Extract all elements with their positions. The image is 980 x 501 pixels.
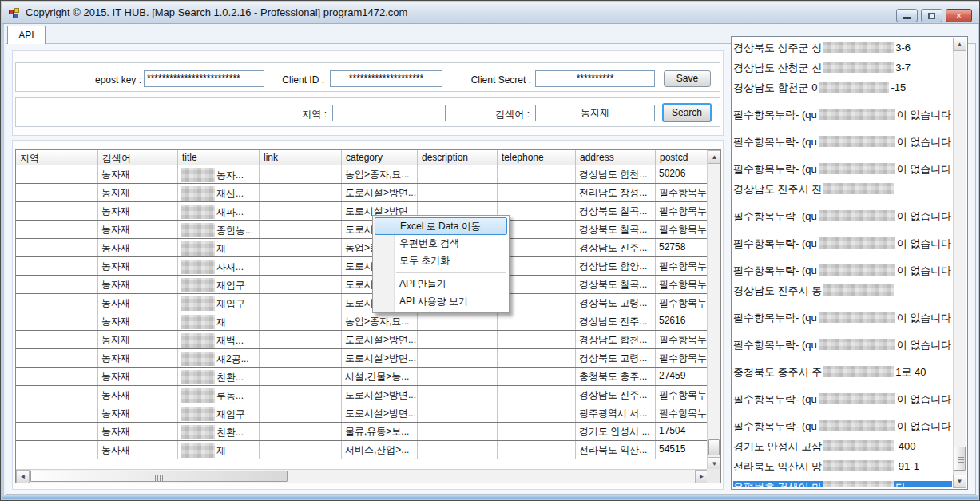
table-row[interactable]: 농자재재입구도로시설>방면...경상북도 고령...필수항목누락	[16, 294, 708, 312]
grid-cell-region[interactable]	[16, 257, 98, 275]
grid-cell-link[interactable]	[260, 202, 342, 220]
grid-cell-postcd[interactable]: 필수항목누락	[656, 294, 708, 312]
region-input[interactable]	[332, 105, 446, 121]
grid-cell-postcd[interactable]: 필수항목누락	[656, 202, 708, 220]
grid-cell-postcd[interactable]: 50206	[656, 165, 708, 183]
client-id-input[interactable]: ********************	[330, 70, 442, 87]
table-row[interactable]: 농자재재백...도로시설>방면...경상남도 합천...필수항목누락	[16, 331, 708, 349]
grid-cell-telephone[interactable]	[498, 441, 576, 459]
grid-cell-link[interactable]	[260, 423, 342, 440]
log-item[interactable]: 경상남도 진주시 동	[733, 281, 952, 301]
grid-cell-description[interactable]	[418, 312, 498, 330]
grid-cell-link[interactable]	[260, 276, 342, 293]
grid-cell-address[interactable]: 경상북도 칠곡...	[576, 276, 656, 293]
grid-cell-region[interactable]	[16, 165, 98, 183]
grid-cell-description[interactable]	[418, 349, 498, 367]
grid-cell-address[interactable]: 경상남도 합천...	[576, 331, 656, 348]
grid-cell-address[interactable]: 경상북도 고령...	[576, 294, 656, 312]
grid-cell-region[interactable]	[16, 221, 98, 238]
grid-cell-link[interactable]	[260, 441, 342, 459]
grid-cell-telephone[interactable]	[498, 165, 576, 183]
grid-cell-address[interactable]: 경상북도 칠곡...	[576, 202, 656, 220]
grid-column-header-category[interactable]: category	[342, 150, 418, 165]
grid-cell-link[interactable]	[260, 239, 342, 256]
grid-cell-category[interactable]: 도로시설>방면...	[342, 386, 418, 404]
grid-cell-title[interactable]: 재입구	[178, 404, 260, 422]
log-item[interactable]: 경상북도 성주군 성3-6	[733, 38, 952, 58]
grid-cell-address[interactable]: 경상남도 진주...	[576, 386, 656, 404]
grid-cell-postcd[interactable]: 52616	[656, 312, 708, 330]
grid-cell-link[interactable]	[260, 368, 342, 385]
grid-cell-description[interactable]	[418, 386, 498, 404]
grid-cell-region[interactable]	[16, 404, 98, 422]
grid-column-header-postcd[interactable]: postcd	[656, 150, 708, 165]
client-secret-input[interactable]: **********	[535, 70, 655, 87]
grid-cell-description[interactable]	[418, 441, 498, 459]
grid-cell-link[interactable]	[260, 221, 342, 238]
log-item[interactable]: 필수항목누락- (qu이 없습니다.).	[733, 417, 952, 437]
table-row[interactable]: 농자재재입구도로시설>방면...경상북도 칠곡...필수항목누락	[16, 276, 708, 294]
grid-cell-address[interactable]: 전라남도 장성...	[576, 184, 656, 201]
grid-cell-postcd[interactable]: 52758	[656, 239, 708, 256]
grid-cell-title[interactable]: 농자...	[178, 165, 260, 183]
grid-cell-region[interactable]	[16, 368, 98, 385]
log-item[interactable]: 필수항목누락- (qu이 없습니다.).	[733, 160, 952, 180]
grid-cell-category[interactable]: 물류,유통>보...	[342, 423, 418, 440]
grid-cell-description[interactable]	[418, 404, 498, 422]
grid-cell-link[interactable]	[260, 312, 342, 330]
table-row[interactable]: 농자재친환...시설,건물>농...충청북도 충주...27459	[16, 368, 708, 386]
table-row[interactable]: 농자재재산...도로시설>방면...전라남도 장성...필수항목누락	[16, 184, 708, 202]
grid-column-header-link[interactable]: link	[260, 150, 342, 165]
keyword-input[interactable]: 농자재	[535, 105, 655, 121]
grid-cell-postcd[interactable]: 54515	[656, 441, 708, 459]
grid-cell-description[interactable]	[418, 368, 498, 385]
grid-cell-category[interactable]: 농업>종자,묘...	[342, 165, 418, 183]
table-row[interactable]: 농자재친환...물류,유통>보...경기도 안성시 ...17504	[16, 423, 708, 441]
log-item[interactable]: 전라북도 익산시 망 91-1	[733, 457, 952, 477]
search-button[interactable]: Search	[662, 103, 712, 122]
grid-horizontal-scrollbar[interactable]: ◄ ►	[16, 469, 708, 483]
grid-cell-address[interactable]: 경기도 안성시 ...	[576, 423, 656, 440]
grid-cell-keyword[interactable]: 농자재	[98, 404, 178, 422]
save-button[interactable]: Save	[664, 70, 711, 87]
grid-column-header-description[interactable]: description	[418, 150, 498, 165]
grid-column-header-address[interactable]: address	[576, 150, 656, 165]
grid-cell-telephone[interactable]	[498, 368, 576, 385]
grid-cell-region[interactable]	[16, 423, 98, 440]
titlebar[interactable]: Copyright © 2015. IT HUB. [Map Search 1.…	[2, 2, 980, 24]
grid-cell-address[interactable]: 경상남도 합천...	[576, 165, 656, 183]
grid-cell-telephone[interactable]	[498, 423, 576, 440]
grid-cell-keyword[interactable]: 농자재	[98, 312, 178, 330]
log-item[interactable]: 필수항목누락- (qu이 없습니다.).	[733, 105, 952, 125]
grid-cell-category[interactable]: 시설,건물>농...	[342, 368, 418, 385]
table-row[interactable]: 농자재재입구도로시설>방면...광주광역시 서...필수항목누락	[16, 404, 708, 423]
table-row[interactable]: 농자재재서비스,산업>...전라북도 익산...54515	[16, 441, 708, 459]
grid-cell-telephone[interactable]	[498, 404, 576, 422]
grid-cell-keyword[interactable]: 농자재	[98, 221, 178, 238]
grid-cell-title[interactable]: 친환...	[178, 423, 260, 440]
grid-cell-title[interactable]: 종합농...	[178, 221, 260, 238]
log-item[interactable]: 경상남도 진주시 진	[733, 180, 952, 200]
grid-cell-keyword[interactable]: 농자재	[98, 165, 178, 183]
grid-cell-telephone[interactable]	[498, 331, 576, 348]
grid-cell-region[interactable]	[16, 331, 98, 348]
grid-hscroll-thumb[interactable]	[30, 471, 288, 482]
grid-cell-description[interactable]	[418, 165, 498, 183]
log-scroll-up-button[interactable]: ▲	[953, 38, 966, 51]
grid-cell-address[interactable]: 경상북도 고령...	[576, 349, 656, 367]
log-vertical-scrollbar[interactable]: ▲ ▼	[953, 38, 966, 488]
grid-cell-keyword[interactable]: 농자재	[98, 368, 178, 385]
grid-cell-category[interactable]: 서비스,산업>...	[342, 441, 418, 459]
grid-scroll-up-button[interactable]: ▲	[708, 150, 721, 164]
menu-item-0[interactable]: Excel 로 Data 이동	[375, 217, 507, 235]
grid-cell-keyword[interactable]: 농자재	[98, 386, 178, 404]
grid-cell-region[interactable]	[16, 294, 98, 312]
grid-cell-title[interactable]: 재파...	[178, 202, 260, 220]
log-item[interactable]: 필수항목누락- (qu이 없습니다.).	[733, 390, 952, 410]
grid-cell-address[interactable]: 경상남도 진주...	[576, 312, 656, 330]
grid-cell-keyword[interactable]: 농자재	[98, 294, 178, 312]
grid-cell-title[interactable]: 재입구	[178, 276, 260, 293]
grid-cell-title[interactable]: 친환...	[178, 368, 260, 385]
grid-cell-postcd[interactable]: 필수항목누락	[656, 257, 708, 275]
grid-cell-title[interactable]: 재	[178, 441, 260, 459]
